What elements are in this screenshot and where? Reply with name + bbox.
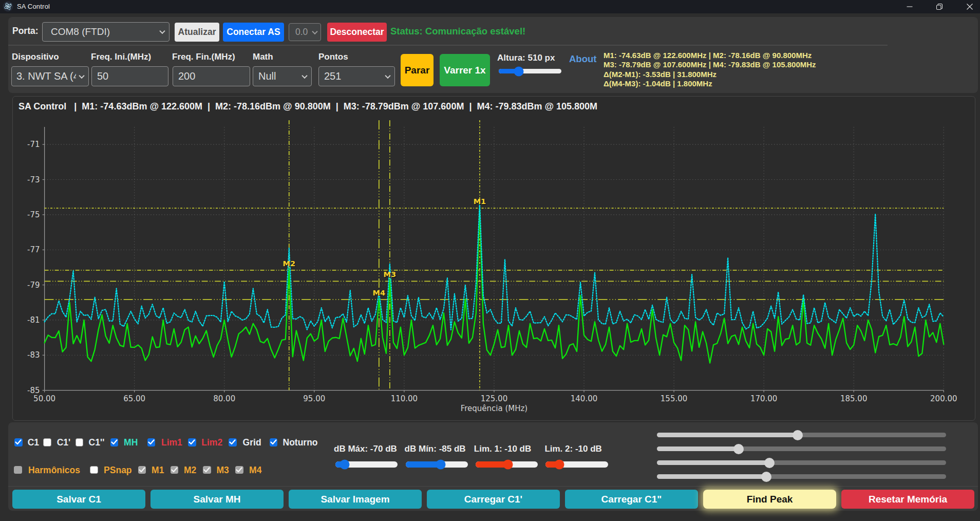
svg-text:-83: -83 [27,350,40,360]
slider-thumb[interactable] [436,459,445,469]
checkbox-harmnicos[interactable] [14,466,22,474]
porta-label: Porta: [12,26,39,36]
atualizar-button[interactable]: Atualizar [175,23,219,42]
slider-label: Lim. 2: -10 dB [544,444,601,454]
button-salvar-imagem[interactable]: Salvar Imagem [289,490,422,509]
checkbox-label: Harmônicos [28,465,80,476]
slider-3[interactable] [545,461,608,468]
checkbox-label: M4 [249,465,261,476]
checkbox-label: C1 [28,437,39,448]
dispositivo-label: Dispositivo [12,52,59,62]
button-find-peak[interactable]: Find Peak [703,490,836,509]
freq-fin-label: Freq. Fin.(MHz) [172,52,235,62]
check-icon [203,467,210,473]
parar-button[interactable]: Parar [401,54,434,86]
button-carregar-c1-[interactable]: Carregar C1' [427,490,560,509]
svg-text:-85: -85 [27,386,40,395]
status-text: Status: Comunicação estável! [390,26,525,37]
title-bar: SA Control [0,0,980,13]
check-icon [171,467,178,473]
slider-thumb[interactable] [503,459,513,469]
button-resetar-mem-ria[interactable]: Resetar Memória [841,490,974,509]
button-salvar-mh[interactable]: Salvar MH [150,490,284,509]
slider-thumb[interactable] [761,472,771,482]
connection-row: Porta: COM8 (FTDI) Atualizar Conectar AS… [8,17,978,44]
varrer-1x-button[interactable]: Varrer 1x [440,54,490,86]
slider-1[interactable] [406,461,468,468]
checkbox-m4[interactable] [235,466,243,474]
slider-thumb[interactable] [554,459,564,469]
check-icon [15,439,22,445]
adjust-slider-3[interactable] [657,474,946,479]
pontos-label: Pontos [318,52,348,62]
port-select[interactable]: COM8 (FTDI) [42,22,169,42]
button-carregar-c1-[interactable]: Carregar C1" [565,490,698,509]
minimize-button[interactable] [898,0,921,13]
svg-text:-79: -79 [27,281,40,290]
checkbox-grid[interactable] [229,438,237,446]
check-icon [111,439,118,445]
slider-thumb[interactable] [793,430,803,440]
svg-text:50.00: 50.00 [33,394,55,403]
slider-fill [657,433,798,437]
checkbox-noturno[interactable] [270,438,278,446]
slider-label: dB Mín: -85 dB [405,444,466,454]
svg-text:-81: -81 [27,315,40,325]
conectar-as-button[interactable]: Conectar AS [223,23,284,42]
freq-fin-input[interactable]: 200 [173,66,250,86]
checkbox-label: M1 [152,465,164,476]
adjust-slider-2[interactable] [657,460,946,465]
checkbox-m1[interactable] [138,466,146,474]
checkbox-m3[interactable] [203,466,211,474]
altura-slider[interactable] [499,69,561,73]
slider-fill [657,446,739,451]
check-icon [139,467,145,473]
spectrum-plot[interactable]: 50.0065.0080.0095.00110.00125.00140.0015… [13,97,976,421]
slider-label: Lim. 1: -10 dB [474,444,531,454]
checkbox-m2[interactable] [171,466,179,474]
checkbox-label: Grid [243,437,261,448]
slider-thumb[interactable] [733,444,744,454]
freq-ini-input[interactable]: 50 [91,66,168,86]
checkbox-c1[interactable] [76,438,84,446]
checkbox-lim2[interactable] [188,438,196,446]
svg-text:65.00: 65.00 [123,394,145,403]
math-select[interactable]: Null [253,66,312,86]
baud-select[interactable]: 0.0 [289,23,321,41]
checkbox-label: C1' [57,437,71,448]
button-salvar-c1[interactable]: Salvar C1 [12,490,145,509]
check-icon [229,439,236,445]
restore-button[interactable] [928,0,951,13]
check-icon [270,439,277,445]
chevron-down-icon [159,28,165,34]
adjust-slider-1[interactable] [657,446,946,451]
slider-thumb[interactable] [764,458,775,468]
checkbox-label: Noturno [283,437,318,448]
about-link[interactable]: About [569,53,596,65]
checkbox-mh[interactable] [110,438,119,446]
close-button[interactable] [958,0,980,13]
svg-text:-77: -77 [27,245,40,254]
atom-icon [3,1,13,12]
svg-text:M4: M4 [373,289,386,297]
svg-text:155.00: 155.00 [661,394,688,403]
slider-thumb[interactable] [340,459,349,469]
pontos-select[interactable]: 251 [318,66,395,86]
check-icon [189,439,195,445]
slider-thumb[interactable] [514,66,524,76]
sweep-settings-row: Dispositivo 3. NWT SA (4 Freq. Ini.(MHz)… [8,45,978,93]
slider-0[interactable] [335,461,398,468]
checkbox-psnap[interactable] [90,466,98,474]
checkbox-c1[interactable] [14,438,23,446]
checkbox-label: PSnap [104,465,131,476]
checkbox-lim1[interactable] [147,438,156,446]
toolbar-panel: Porta: COM8 (FTDI) Atualizar Conectar AS… [8,17,978,93]
svg-text:M3: M3 [384,270,397,278]
checkbox-label: C1'' [89,437,105,448]
slider-2[interactable] [476,461,538,468]
desconectar-button[interactable]: Desconectar [327,23,387,42]
chevron-down-icon [385,72,390,78]
adjust-slider-0[interactable] [657,433,946,437]
dispositivo-select[interactable]: 3. NWT SA (4 [11,66,89,86]
checkbox-c1[interactable] [43,438,51,446]
